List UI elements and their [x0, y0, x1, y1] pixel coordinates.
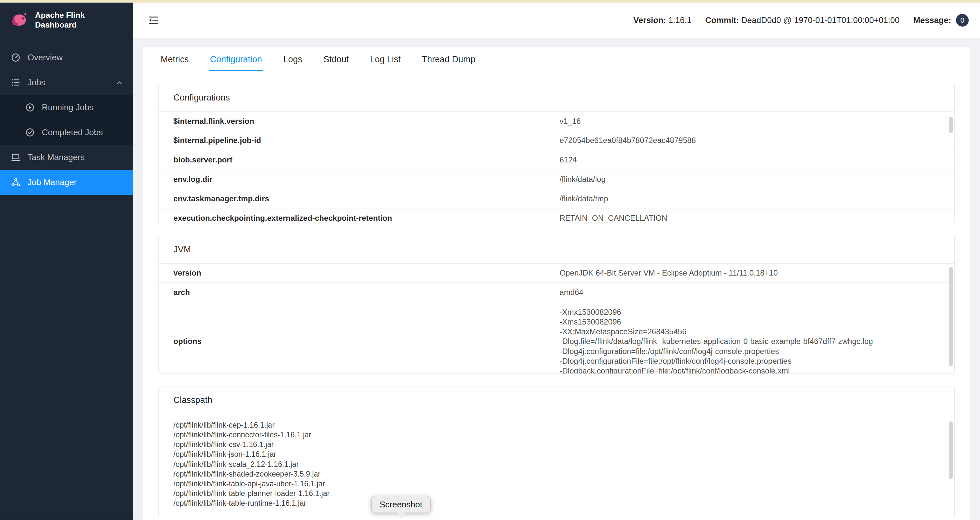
config-value: RETAIN_ON_CANCELLATION: [544, 208, 955, 223]
commit-info: Commit: DeadD0d0 @ 1970-01-01T01:00:00+0…: [705, 16, 900, 25]
jvm-value: OpenJDK 64-Bit Server VM - Eclipse Adopt…: [544, 264, 955, 283]
sidebar-menu: OverviewJobsRunning JobsCompleted JobsTa…: [0, 45, 133, 195]
sidebar-item-overview[interactable]: Overview: [0, 45, 133, 70]
classpath-entry: /opt/flink/lib/flink-shaded-zookeeper-3.…: [173, 469, 940, 479]
sidebar-item-jobs[interactable]: Jobs: [0, 70, 133, 95]
sidebar-item-label: Task Managers: [27, 153, 84, 162]
config-row: $internal.pipeline.job-ide72054be61ea0f8…: [159, 131, 955, 150]
tab-log-list[interactable]: Log List: [369, 47, 402, 71]
jvm-option-line: -Xmx1530082096: [559, 307, 939, 317]
jvm-key: arch: [159, 283, 545, 302]
jvm-row: versionOpenJDK 64-Bit Server VM - Eclips…: [159, 264, 955, 283]
classpath-entry: /opt/flink/lib/flink-table-planner-loade…: [173, 488, 940, 498]
scrollbar-thumb[interactable]: [949, 267, 953, 366]
jvm-card: JVM versionOpenJDK 64-Bit Server VM - Ec…: [158, 236, 955, 374]
sidebar-item-running-jobs[interactable]: Running Jobs: [0, 95, 133, 120]
jvm-option-line: -Dlog4j.configuration=file:/opt/flink/co…: [559, 347, 939, 356]
version-label: Version:: [633, 16, 666, 25]
chevron-up-icon: [116, 79, 123, 86]
menu-fold-icon[interactable]: [148, 15, 159, 25]
task-managers-icon: [11, 153, 21, 162]
list-icon: [11, 78, 21, 87]
top-header: Version: 1.16.1 Commit: DeadD0d0 @ 1970-…: [133, 3, 980, 38]
jvm-key: version: [159, 264, 545, 283]
config-key: env.log.dir: [159, 170, 545, 189]
message-label: Message:: [913, 16, 951, 25]
configurations-card: Configurations $internal.flink.versionv1…: [158, 84, 955, 223]
screenshot-tooltip-label: Screenshot: [380, 499, 423, 509]
content-area: MetricsConfigurationLogsStdoutLog ListTh…: [133, 38, 980, 520]
sidebar-item-job-manager[interactable]: Job Manager: [0, 170, 133, 195]
classpath-entry: /opt/flink/lib/flink-connector-files-1.1…: [173, 430, 940, 440]
classpath-card: Classpath /opt/flink/lib/flink-cep-1.16.…: [158, 386, 955, 518]
jvm-option-line: -Dlogback.configurationFile=file:/opt/fl…: [559, 366, 939, 374]
classpath-entry: /opt/flink/lib/flink-scala_2.12-1.16.1.j…: [173, 460, 940, 469]
sidebar: Apache Flink Dashboard OverviewJobsRunni…: [0, 0, 133, 520]
sidebar-logo[interactable]: Apache Flink Dashboard: [0, 3, 133, 38]
job-manager-panel: MetricsConfigurationLogsStdoutLog ListTh…: [143, 47, 970, 520]
classpath-list: /opt/flink/lib/flink-cep-1.16.1.jar/opt/…: [159, 414, 955, 518]
screenshot-tooltip: Screenshot: [371, 496, 431, 513]
flink-dashboard: Apache Flink Dashboard OverviewJobsRunni…: [0, 0, 980, 520]
commit-value: DeadD0d0 @ 1970-01-01T01:00:00+01:00: [741, 16, 900, 25]
job-manager-icon: [11, 177, 21, 188]
jvm-key: options: [159, 332, 545, 351]
jvm-row: options-Xmx1530082096-Xms1530082096-XX:M…: [159, 302, 955, 374]
sidebar-item-label: Overview: [27, 52, 63, 62]
config-value: e72054be61ea0f84b78072eac4879588: [544, 131, 955, 150]
classpath-entry: /opt/flink/lib/flink-csv-1.16.1.jar: [173, 440, 940, 449]
sidebar-item-label: Completed Jobs: [42, 127, 103, 137]
configurations-table: $internal.flink.versionv1_16$internal.pi…: [159, 111, 955, 223]
jvm-value: -Xmx1530082096-Xms1530082096-XX:MaxMetas…: [544, 302, 955, 374]
version-value: 1.16.1: [668, 16, 691, 25]
jvm-option-line: -Dlog.file=/flink/data/log/flink--kubern…: [559, 337, 939, 346]
configurations-title: Configurations: [159, 84, 955, 111]
version-info: Version: 1.16.1: [633, 16, 691, 25]
sidebar-item-completed-jobs[interactable]: Completed Jobs: [0, 120, 133, 145]
tabs-bar: MetricsConfigurationLogsStdoutLog ListTh…: [153, 47, 960, 71]
config-key: $internal.pipeline.job-id: [159, 131, 545, 150]
jvm-row: archamd64: [159, 283, 955, 302]
header-meta: Version: 1.16.1 Commit: DeadD0d0 @ 1970-…: [633, 14, 969, 27]
jvm-option-line: -XX:MaxMetaspaceSize=268435456: [559, 327, 939, 337]
config-key: execution.checkpointing.externalized-che…: [159, 208, 545, 223]
sidebar-item-task-managers[interactable]: Task Managers: [0, 145, 133, 170]
classpath-title: Classpath: [159, 386, 955, 414]
config-value: v1_16: [544, 111, 955, 130]
config-row: blob.server.port6124: [159, 150, 955, 170]
jvm-option-line: -Dlog4j.configurationFile=file:/opt/flin…: [559, 356, 939, 366]
config-key: env.taskmanager.tmp.dirs: [159, 189, 545, 208]
scrollbar-thumb[interactable]: [949, 421, 953, 479]
tab-stdout[interactable]: Stdout: [322, 47, 350, 71]
sidebar-item-label: Running Jobs: [42, 102, 93, 113]
config-row: $internal.flink.versionv1_16: [159, 111, 955, 131]
tab-metrics[interactable]: Metrics: [159, 47, 190, 71]
classpath-entry: /opt/flink/lib/flink-table-api-java-uber…: [173, 479, 940, 488]
config-key: $internal.flink.version: [159, 111, 545, 130]
flink-squirrel-logo-icon: [9, 10, 30, 31]
check-circle-icon: [25, 127, 35, 137]
top-strip: [0, 0, 980, 3]
tab-logs[interactable]: Logs: [282, 47, 304, 71]
jvm-value: amd64: [544, 283, 955, 302]
config-value: /flink/data/log: [544, 170, 955, 189]
play-circle-icon: [25, 102, 35, 113]
app-title: Apache Flink Dashboard: [35, 10, 124, 30]
config-row: env.taskmanager.tmp.dirs/flink/data/tmp: [159, 189, 955, 209]
jvm-table: versionOpenJDK 64-Bit Server VM - Eclips…: [159, 264, 955, 374]
config-row: execution.checkpointing.externalized-che…: [159, 208, 955, 223]
scrollbar-thumb[interactable]: [949, 117, 953, 133]
classpath-entry: /opt/flink/lib/flink-cep-1.16.1.jar: [173, 420, 940, 430]
config-value: 6124: [544, 150, 955, 170]
config-key: blob.server.port: [159, 150, 545, 170]
classpath-entry: /opt/flink/lib/flink-table-runtime-1.16.…: [173, 498, 940, 508]
tab-thread-dump[interactable]: Thread Dump: [421, 47, 477, 71]
jvm-option-line: -Xms1530082096: [559, 317, 939, 327]
config-row: env.log.dir/flink/data/log: [159, 170, 955, 189]
classpath-entry: /opt/flink/lib/flink-json-1.16.1.jar: [173, 449, 940, 459]
message-info: Message: 0: [913, 14, 969, 27]
message-count-badge[interactable]: 0: [956, 14, 969, 27]
commit-label: Commit:: [705, 16, 739, 25]
sidebar-item-label: Jobs: [27, 78, 45, 87]
tab-configuration[interactable]: Configuration: [209, 47, 263, 71]
